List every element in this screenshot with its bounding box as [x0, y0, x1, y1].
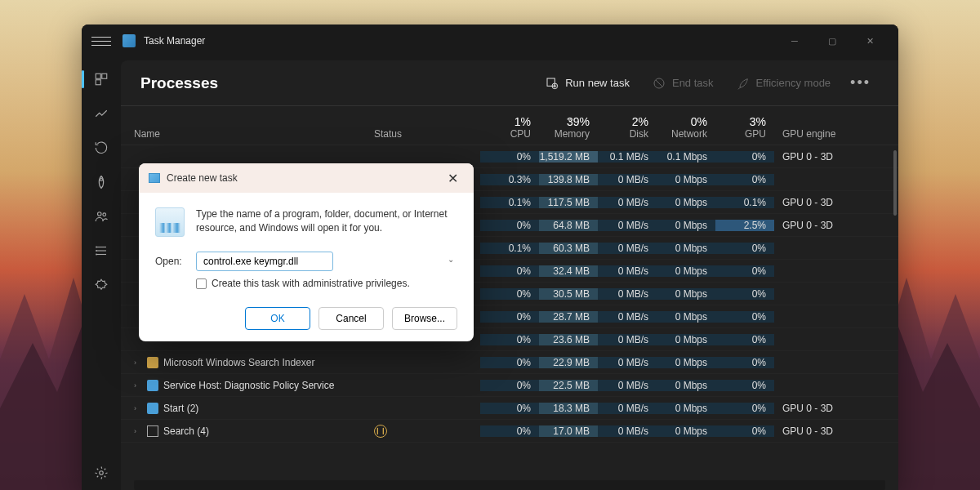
sidebar-startup-icon[interactable]: [82, 165, 121, 199]
process-name: Search (4): [163, 425, 209, 437]
titlebar[interactable]: Task Manager ─ ▢ ✕: [82, 24, 898, 57]
disk-cell: 0 MB/s: [598, 265, 657, 277]
minimize-button[interactable]: ─: [776, 28, 813, 54]
process-icon: [147, 357, 158, 368]
disk-cell: 0 MB/s: [598, 311, 657, 323]
svg-point-9: [96, 247, 97, 247]
run-new-task-button[interactable]: Run new task: [534, 72, 641, 95]
sidebar-processes-icon[interactable]: [82, 62, 121, 96]
disk-cell: 0 MB/s: [598, 403, 657, 414]
efficiency-mode-button[interactable]: Efficiency mode: [725, 72, 843, 95]
process-icon: [147, 425, 158, 437]
run-task-icon: [546, 77, 559, 90]
gpu-cell: 0%: [715, 357, 774, 368]
expand-arrow-icon[interactable]: ›: [134, 381, 142, 390]
admin-checkbox-label: Create this task with administrative pri…: [212, 278, 410, 289]
cancel-button[interactable]: Cancel: [318, 307, 384, 330]
hamburger-menu-icon[interactable]: [91, 31, 111, 51]
col-network[interactable]: 0%Network: [657, 115, 715, 140]
col-memory[interactable]: 39%Memory: [539, 115, 598, 140]
process-name: Service Host: Diagnostic Policy Service: [163, 380, 334, 391]
svg-point-10: [96, 251, 97, 252]
cpu-cell: 0%: [480, 380, 539, 391]
gpu-cell: 0%: [715, 311, 774, 323]
mem-cell: 17.0 MB: [539, 425, 598, 437]
cpu-cell: 0%: [480, 220, 539, 231]
svg-rect-0: [96, 74, 100, 78]
open-input[interactable]: [196, 252, 333, 271]
svg-rect-2: [96, 80, 100, 85]
disk-cell: 0 MB/s: [598, 220, 657, 231]
disk-cell: 0 MB/s: [598, 197, 657, 208]
dialog-title: Create new task: [167, 172, 441, 184]
disk-cell: 0 MB/s: [598, 425, 657, 437]
sidebar-services-icon[interactable]: [82, 268, 121, 302]
process-icon: [147, 403, 158, 414]
expand-arrow-icon[interactable]: ›: [134, 404, 142, 412]
ok-button[interactable]: OK: [245, 307, 310, 330]
mem-cell: 32.4 MB: [539, 265, 598, 277]
dialog-titlebar[interactable]: Create new task ✕: [139, 163, 474, 193]
col-name[interactable]: Name: [121, 128, 374, 140]
sidebar-users-icon[interactable]: [82, 199, 121, 234]
end-task-icon: [653, 77, 666, 90]
gpu-cell: 2.5%: [715, 220, 774, 231]
col-status[interactable]: Status: [374, 128, 480, 140]
sidebar-details-icon[interactable]: [82, 234, 121, 268]
dialog-close-button[interactable]: ✕: [441, 167, 464, 189]
close-button[interactable]: ✕: [851, 28, 889, 54]
net-cell: 0 Mbps: [657, 403, 715, 414]
dialog-description: Type the name of a program, folder, docu…: [196, 207, 457, 237]
disk-cell: 0 MB/s: [598, 174, 657, 185]
horizontal-scrollbar[interactable]: [134, 480, 885, 490]
table-row[interactable]: ›Microsoft Windows Search Indexer0%22.9 …: [121, 351, 898, 374]
expand-arrow-icon[interactable]: ›: [134, 427, 142, 435]
browse-button[interactable]: Browse...: [392, 307, 457, 330]
gpu-cell: 0%: [715, 380, 774, 391]
run-dialog-icon: [155, 207, 185, 237]
gpu-cell: 0%: [715, 243, 774, 254]
cpu-cell: 0%: [480, 288, 539, 300]
table-row[interactable]: ›Service Host: Diagnostic Policy Service…: [121, 374, 898, 397]
svg-point-5: [103, 213, 106, 216]
col-gpu-engine[interactable]: GPU engine: [774, 128, 856, 140]
net-cell: 0 Mbps: [657, 243, 715, 254]
sidebar-settings-icon[interactable]: [82, 456, 121, 490]
table-header: Name Status 1%CPU 39%Memory 2%Disk 0%Net…: [121, 106, 898, 145]
open-label: Open:: [155, 256, 186, 267]
gpu-cell: 0%: [715, 265, 774, 277]
sidebar-history-icon[interactable]: [82, 131, 121, 165]
cpu-cell: 0%: [480, 357, 539, 368]
chevron-down-icon[interactable]: ⌄: [448, 255, 454, 264]
gpu-cell: 0%: [715, 403, 774, 414]
mem-cell: 60.3 MB: [539, 243, 598, 254]
mem-cell: 1,519.2 MB: [539, 151, 598, 163]
sidebar-performance-icon[interactable]: [82, 96, 121, 131]
net-cell: 0 Mbps: [657, 174, 715, 185]
svg-point-12: [100, 471, 104, 475]
net-cell: 0 Mbps: [657, 357, 715, 368]
net-cell: 0 Mbps: [657, 311, 715, 323]
end-task-button[interactable]: End task: [641, 72, 725, 95]
gpu-cell: 0%: [715, 288, 774, 300]
table-row[interactable]: ›Start (2)0%18.3 MB0 MB/s0 Mbps0%GPU 0 -…: [121, 397, 898, 420]
col-cpu[interactable]: 1%CPU: [480, 115, 539, 140]
svg-point-4: [98, 212, 102, 216]
process-icon: [147, 380, 158, 391]
scrollbar-thumb[interactable]: [893, 150, 897, 216]
net-cell: 0 Mbps: [657, 380, 715, 391]
col-gpu[interactable]: 3%GPU: [715, 115, 774, 140]
more-options-button[interactable]: •••: [842, 74, 879, 91]
leaf-icon: [737, 77, 750, 90]
expand-arrow-icon[interactable]: ›: [134, 359, 142, 367]
mem-cell: 64.8 MB: [539, 220, 598, 231]
cpu-cell: 0%: [480, 151, 539, 163]
admin-checkbox[interactable]: [196, 278, 207, 289]
mem-cell: 22.9 MB: [539, 357, 598, 368]
table-row[interactable]: ›Search (4)❙❙0%17.0 MB0 MB/s0 Mbps0%GPU …: [121, 420, 898, 443]
process-name: Start (2): [163, 403, 198, 414]
gpu-engine-cell: GPU 0 - 3D: [774, 197, 856, 208]
gpu-cell: 0%: [715, 425, 774, 437]
maximize-button[interactable]: ▢: [813, 28, 851, 54]
col-disk[interactable]: 2%Disk: [598, 115, 657, 140]
